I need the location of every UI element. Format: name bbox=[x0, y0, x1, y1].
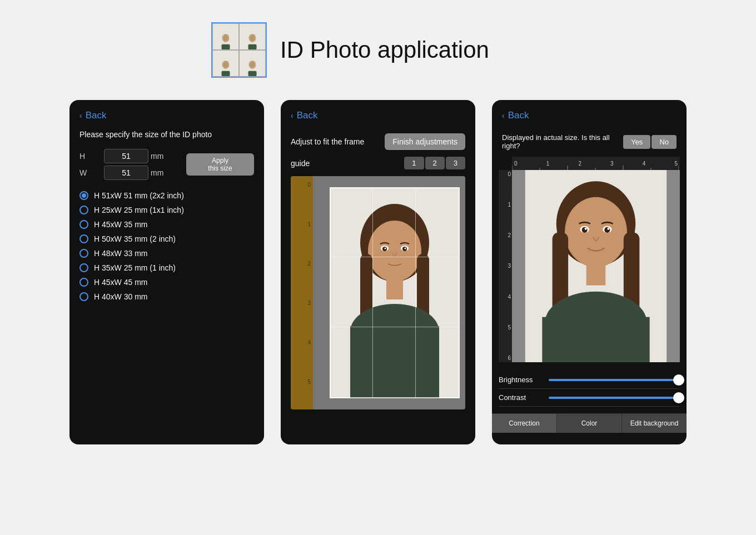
panel3-back-label: Back bbox=[508, 110, 529, 121]
ruler-5: 5 bbox=[307, 379, 313, 385]
radio-label-4: H 48xW 33 mm bbox=[94, 249, 147, 258]
tab-color[interactable]: Color bbox=[557, 414, 622, 433]
height-input[interactable]: 51 bbox=[104, 149, 148, 163]
logo-face-svg bbox=[219, 33, 232, 49]
panel2-back-button[interactable]: ‹ Back bbox=[291, 110, 317, 121]
panels-container: ‹ Back Please specify the size of the ID… bbox=[0, 100, 756, 444]
tab-correction[interactable]: Correction bbox=[492, 414, 557, 433]
panel-size-check: ‹ Back Displayed in actual size. Is this… bbox=[492, 100, 687, 444]
size-radio-1[interactable]: H 25xW 25 mm (1x1 inch) bbox=[79, 206, 254, 214]
contrast-row: Contrast bbox=[499, 389, 680, 407]
svg-point-37 bbox=[604, 227, 610, 233]
logo-cell-tl bbox=[212, 23, 239, 50]
photo-actual-size bbox=[512, 170, 680, 362]
size-radio-6[interactable]: H 45xW 45 mm bbox=[79, 278, 254, 287]
height-label: H bbox=[79, 152, 102, 161]
size-input-table: H 51 mm Apply this size W 51 mm bbox=[69, 149, 264, 187]
width-input[interactable]: 51 bbox=[104, 166, 148, 180]
ruler-top: 0 1 2 3 4 5 bbox=[512, 157, 680, 170]
logo-cell-br bbox=[239, 50, 266, 77]
panel1-subtitle: Please specify the size of the ID photo bbox=[69, 128, 264, 149]
app-logo bbox=[211, 22, 267, 78]
svg-rect-2 bbox=[222, 44, 230, 49]
ruler-top-numbers: 0 1 2 3 4 5 bbox=[512, 161, 680, 167]
panel2-back-row: ‹ Back bbox=[281, 100, 475, 123]
app-title: ID Photo application bbox=[280, 37, 489, 63]
grid-v1 bbox=[372, 187, 373, 398]
toolbar-label: Adjust to fit the frame bbox=[291, 137, 364, 146]
panel2-back-label: Back bbox=[297, 110, 318, 121]
ruler-photo-area: 0 1 2 3 4 5 0 1 2 3 4 5 6 bbox=[499, 157, 680, 362]
radio-circle-1 bbox=[79, 206, 88, 214]
ruler-1: 1 bbox=[307, 221, 313, 227]
guide-label: guide bbox=[291, 159, 310, 168]
grid-h1 bbox=[330, 257, 460, 257]
radio-circle-5 bbox=[79, 263, 88, 272]
radio-circle-3 bbox=[79, 234, 88, 243]
logo-face-svg-4 bbox=[246, 59, 259, 76]
logo-cell-bl bbox=[212, 50, 239, 77]
brightness-thumb[interactable] bbox=[673, 374, 684, 386]
ruler-0: 0 bbox=[307, 182, 313, 188]
grid-v2 bbox=[415, 187, 416, 398]
brightness-slider[interactable] bbox=[549, 379, 680, 381]
guide-tab-2[interactable]: 2 bbox=[425, 157, 445, 169]
panel1-back-button[interactable]: ‹ Back bbox=[69, 100, 264, 128]
svg-rect-8 bbox=[222, 71, 230, 76]
photo-content-area bbox=[313, 176, 465, 409]
panel3-back-button[interactable]: ‹ Back bbox=[502, 110, 529, 121]
contrast-thumb[interactable] bbox=[673, 392, 684, 403]
ruler-left-3: 0 1 2 3 4 5 6 bbox=[499, 170, 512, 362]
radio-label-1: H 25xW 25 mm (1x1 inch) bbox=[94, 206, 184, 214]
panel-size-selection: ‹ Back Please specify the size of the ID… bbox=[69, 100, 264, 444]
svg-point-4 bbox=[250, 35, 255, 41]
apply-size-button[interactable]: Apply this size bbox=[186, 153, 254, 176]
back-chevron-icon-2: ‹ bbox=[291, 111, 294, 120]
person-illustration-3 bbox=[512, 170, 680, 362]
radio-circle-7 bbox=[79, 292, 88, 301]
brightness-label: Brightness bbox=[499, 376, 543, 384]
height-unit: mm bbox=[151, 152, 184, 161]
tab-edit-background[interactable]: Edit background bbox=[622, 414, 687, 433]
size-radio-7[interactable]: H 40xW 30 mm bbox=[79, 292, 254, 301]
ruler-left: 0 1 2 3 4 5 bbox=[291, 176, 313, 409]
guide-tab-3[interactable]: 3 bbox=[446, 157, 465, 169]
width-label: W bbox=[79, 168, 102, 177]
brightness-row: Brightness bbox=[499, 371, 680, 389]
adjustment-controls: Brightness Contrast bbox=[492, 367, 687, 411]
ruler-2: 2 bbox=[307, 261, 313, 267]
radio-circle-2 bbox=[79, 220, 88, 229]
ruler-4: 4 bbox=[307, 339, 313, 346]
finish-adjustments-button[interactable]: Finish adjustments bbox=[385, 133, 465, 150]
svg-point-7 bbox=[223, 62, 228, 68]
guide-tab-1[interactable]: 1 bbox=[404, 157, 424, 169]
svg-rect-5 bbox=[248, 44, 257, 49]
svg-point-39 bbox=[607, 228, 609, 230]
panel1-back-label: Back bbox=[86, 110, 107, 121]
panel3-back-row: ‹ Back bbox=[492, 100, 687, 123]
size-radio-2[interactable]: H 45xW 35 mm bbox=[79, 220, 254, 229]
radio-label-2: H 45xW 35 mm bbox=[94, 220, 147, 229]
logo-face-svg-3 bbox=[219, 59, 232, 76]
ruler-3: 3 bbox=[307, 300, 313, 306]
size-radio-0[interactable]: H 51xW 51 mm (2x2 inch) bbox=[79, 191, 254, 200]
svg-rect-19 bbox=[350, 326, 439, 398]
radio-label-5: H 35xW 25 mm (1 inch) bbox=[94, 263, 176, 272]
size-radio-3[interactable]: H 50xW 35 mm (2 inch) bbox=[79, 234, 254, 243]
svg-point-24 bbox=[385, 248, 386, 249]
size-radio-4[interactable]: H 48xW 33 mm bbox=[79, 249, 254, 258]
radio-circle-4 bbox=[79, 249, 88, 258]
logo-cell-tr bbox=[239, 23, 266, 50]
photo-inner-frame bbox=[330, 187, 460, 398]
radio-label-3: H 50xW 35 mm (2 inch) bbox=[94, 234, 176, 243]
no-button[interactable]: No bbox=[651, 135, 677, 149]
panel3-header: Displayed in actual size. Is this all ri… bbox=[492, 123, 687, 157]
size-radio-5[interactable]: H 35xW 25 mm (1 inch) bbox=[79, 263, 254, 272]
person-illustration-2 bbox=[330, 187, 460, 398]
svg-rect-11 bbox=[248, 71, 257, 76]
radio-label-0: H 51xW 51 mm (2x2 inch) bbox=[94, 191, 184, 200]
svg-rect-17 bbox=[386, 277, 403, 299]
yes-button[interactable]: Yes bbox=[623, 135, 650, 149]
width-unit: mm bbox=[151, 168, 184, 177]
contrast-slider[interactable] bbox=[549, 397, 680, 399]
